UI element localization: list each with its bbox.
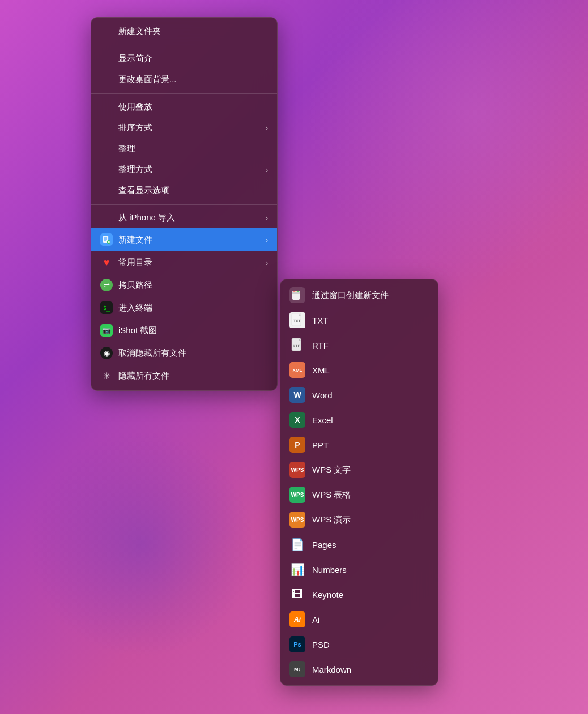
txt-icon: TXT: [289, 312, 305, 328]
divider-2: [91, 93, 277, 94]
wps-pres-label: WPS 演示: [312, 515, 429, 525]
favorites-label: 常用目录: [118, 257, 260, 268]
svg-point-9: [293, 291, 295, 292]
submenu-item-pages[interactable]: 📄 Pages: [280, 532, 438, 557]
hide-icon: ✳: [100, 369, 113, 382]
wps-doc-icon: WPS: [289, 462, 305, 478]
svg-text:RTF: RTF: [293, 344, 300, 348]
menu-item-import-iphone[interactable]: 从 iPhone 导入 ›: [91, 207, 277, 228]
psd-icon: Ps: [289, 636, 305, 652]
submenu-item-xml[interactable]: XML XML: [280, 358, 438, 382]
divider-1: [91, 45, 277, 45]
new-file-submenu: 通过窗口创建新文件 TXT TXT RTF RTF: [280, 279, 438, 686]
new-folder-label: 新建文件夹: [118, 26, 268, 37]
submenu-item-keynote[interactable]: 🎞 Keynote: [280, 582, 438, 607]
markdown-icon: M↓: [289, 661, 305, 677]
sort-by-label: 排序方式: [118, 122, 260, 133]
rtf-label: RTF: [312, 341, 429, 350]
main-context-menu: 新建文件夹 显示简介 更改桌面背景... 使用叠放 排序方式 › 整理: [91, 17, 278, 391]
wps-doc-label: WPS 文字: [312, 465, 429, 475]
menu-item-terminal[interactable]: $_ 进入终端: [91, 296, 277, 319]
submenu-item-wps-pres[interactable]: WPS WPS 演示: [280, 507, 438, 532]
unhide-all-label: 取消隐藏所有文件: [118, 348, 268, 359]
clean-up-by-chevron: ›: [266, 165, 268, 174]
txt-label: TXT: [312, 316, 429, 325]
clean-up-by-label: 整理方式: [118, 164, 260, 175]
new-file-label: 新建文件: [118, 235, 260, 245]
menu-item-copy-path[interactable]: ⇌ 拷贝路径: [91, 274, 277, 296]
menu-item-clean-up-by[interactable]: 整理方式 ›: [91, 159, 277, 180]
wps-sheet-label: WPS 表格: [312, 490, 429, 500]
menu-item-new-folder[interactable]: 新建文件夹: [91, 21, 277, 42]
submenu-item-markdown[interactable]: M↓ Markdown: [280, 657, 438, 682]
new-file-chevron: ›: [266, 236, 268, 244]
menu-item-show-intro[interactable]: 显示简介: [91, 48, 277, 69]
hide-all-label: 隐藏所有文件: [118, 371, 268, 381]
terminal-label: 进入终端: [118, 303, 268, 313]
copy-path-label: 拷贝路径: [118, 280, 268, 291]
svg-point-11: [297, 291, 299, 292]
submenu-item-psd[interactable]: Ps PSD: [280, 632, 438, 657]
ishot-label: iShot 截图: [118, 325, 268, 336]
import-iphone-chevron: ›: [266, 214, 268, 222]
menu-item-new-file[interactable]: 新建文件 ›: [91, 228, 277, 251]
view-options-label: 查看显示选项: [118, 185, 268, 196]
menu-item-hide-all[interactable]: ✳ 隐藏所有文件: [91, 364, 277, 387]
favorites-chevron: ›: [266, 258, 268, 267]
menu-item-use-stacks[interactable]: 使用叠放: [91, 96, 277, 117]
markdown-label: Markdown: [312, 665, 429, 674]
clean-up-label: 整理: [118, 143, 268, 154]
submenu-item-rtf[interactable]: RTF RTF: [280, 333, 438, 358]
heart-icon: ♥: [100, 256, 113, 269]
excel-label: Excel: [312, 415, 429, 425]
svg-point-10: [296, 291, 297, 292]
sort-by-chevron: ›: [266, 124, 268, 132]
pages-icon: 📄: [289, 537, 305, 552]
submenu-item-ppt[interactable]: P PPT: [280, 432, 438, 457]
new-from-window-label: 通过窗口创建新文件: [312, 290, 429, 301]
psd-label: PSD: [312, 640, 429, 649]
pages-label: Pages: [312, 540, 429, 550]
ai-label: Ai: [312, 615, 429, 624]
ishot-icon: 📷: [100, 324, 113, 337]
submenu-item-txt[interactable]: TXT TXT: [280, 308, 438, 333]
change-wallpaper-label: 更改桌面背景...: [118, 74, 268, 85]
submenu-item-word[interactable]: W Word: [280, 382, 438, 407]
submenu-item-excel[interactable]: X Excel: [280, 407, 438, 432]
submenu-item-wps-sheet[interactable]: WPS WPS 表格: [280, 482, 438, 507]
xml-label: XML: [312, 366, 429, 375]
rtf-icon: RTF: [289, 337, 305, 353]
word-icon: W: [289, 387, 305, 403]
svg-text:TXT: TXT: [293, 319, 301, 324]
use-stacks-label: 使用叠放: [118, 101, 268, 112]
import-iphone-label: 从 iPhone 导入: [118, 212, 260, 223]
wps-sheet-icon: WPS: [289, 487, 305, 503]
submenu-item-ai[interactable]: Ai Ai: [280, 607, 438, 632]
submenu-item-numbers[interactable]: 📊 Numbers: [280, 557, 438, 582]
word-label: Word: [312, 390, 429, 400]
window-icon: [289, 287, 305, 303]
numbers-label: Numbers: [312, 565, 429, 575]
menu-item-sort-by[interactable]: 排序方式 ›: [91, 117, 277, 138]
xml-icon: XML: [289, 362, 305, 378]
ppt-icon: P: [289, 437, 305, 453]
menu-item-unhide-all[interactable]: ◉ 取消隐藏所有文件: [91, 342, 277, 364]
wps-pres-icon: WPS: [289, 512, 305, 528]
keynote-label: Keynote: [312, 590, 429, 600]
menu-item-clean-up[interactable]: 整理: [91, 138, 277, 159]
menu-item-ishot[interactable]: 📷 iShot 截图: [91, 319, 277, 342]
menu-item-change-wallpaper[interactable]: 更改桌面背景...: [91, 69, 277, 90]
show-intro-label: 显示简介: [118, 53, 268, 64]
menu-item-view-options[interactable]: 查看显示选项: [91, 180, 277, 201]
submenu-item-new-from-window[interactable]: 通过窗口创建新文件: [280, 283, 438, 308]
menu-item-favorites[interactable]: ♥ 常用目录 ›: [91, 251, 277, 274]
excel-icon: X: [289, 412, 305, 428]
divider-3: [91, 204, 277, 205]
submenu-item-wps-doc[interactable]: WPS WPS 文字: [280, 457, 438, 482]
ai-icon: Ai: [289, 611, 305, 627]
new-file-icon: [100, 233, 113, 246]
ppt-label: PPT: [312, 440, 429, 450]
keynote-icon: 🎞: [289, 586, 305, 602]
copy-path-icon: ⇌: [100, 279, 113, 291]
terminal-icon: $_: [100, 301, 113, 314]
